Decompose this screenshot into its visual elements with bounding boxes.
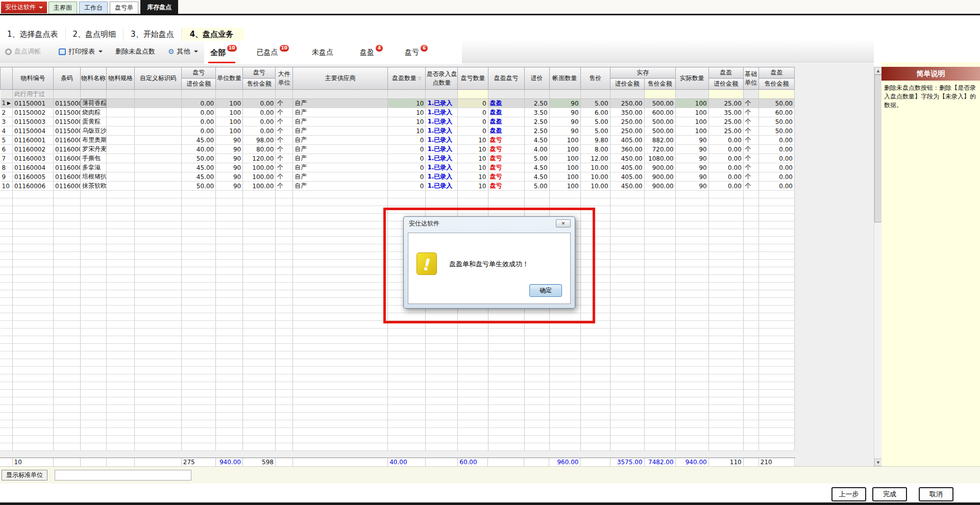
grid-cell[interactable]: 25.00 [708, 127, 743, 136]
grid-cell[interactable]: 自产 [293, 108, 388, 117]
grid-cell[interactable]: 100 [549, 163, 580, 172]
grid-cell[interactable]: 100.00 [243, 182, 276, 191]
show-standard-unit-button[interactable]: 显示标准单位 [2, 470, 47, 481]
grid-cell[interactable]: 50.00 [758, 127, 794, 136]
grid-cell[interactable]: 0 [388, 182, 426, 191]
grid-cell[interactable]: 自产 [293, 172, 388, 182]
grid-cell[interactable]: 盘盈 [488, 127, 524, 136]
grid-cell[interactable]: 1.已录入 [426, 136, 458, 145]
grid-cell[interactable]: 蛋黄粽 [81, 117, 107, 127]
grid-cell[interactable]: 10 [388, 99, 426, 108]
grid-cell[interactable]: 个 [276, 145, 293, 154]
grid-cell[interactable]: 盘亏 [488, 163, 524, 172]
vertical-scrollbar[interactable]: ▲ ▼ [874, 67, 881, 466]
column-header[interactable]: 是否录入盘点数量 [426, 67, 458, 90]
adjust-account-button[interactable]: 盘点调帐 [5, 41, 41, 62]
grid-cell[interactable]: 个 [743, 117, 758, 127]
grid-cell[interactable]: 50.00 [182, 182, 216, 191]
grid-cell[interactable]: 0.00 [243, 117, 276, 127]
grid-cell[interactable]: 0.00 [708, 182, 743, 191]
grid-cell[interactable]: 500.00 [644, 127, 675, 136]
column-header[interactable] [1, 67, 13, 90]
grid-cell[interactable]: 盘亏 [488, 154, 524, 163]
grid-cell[interactable]: 60.00 [758, 108, 794, 117]
cancel-button[interactable]: 取消 [919, 487, 953, 501]
grid-cell[interactable] [107, 145, 135, 154]
grid-cell[interactable]: 盘盈 [488, 117, 524, 127]
filter-cell[interactable] [243, 90, 276, 99]
grid-cell[interactable]: 自产 [293, 182, 388, 191]
grid-cell[interactable]: 5.00 [524, 182, 549, 191]
grid-cell[interactable]: 01150002 [54, 108, 81, 117]
grid-cell[interactable]: 1.已录入 [426, 182, 458, 191]
grid-cell[interactable]: 0.00 [708, 145, 743, 154]
grid-cell[interactable]: 个 [276, 136, 293, 145]
grid-cell[interactable]: 450.00 [610, 182, 644, 191]
grid-cell[interactable]: 250.00 [610, 117, 644, 127]
grid-cell[interactable]: 自产 [293, 127, 388, 136]
unit-input[interactable] [55, 470, 191, 481]
grid-cell[interactable]: 45.00 [182, 136, 216, 145]
grid-cell[interactable]: 自产 [293, 117, 388, 127]
column-header[interactable]: 盘盈 [708, 67, 743, 79]
grid-cell[interactable] [107, 99, 135, 108]
row-header[interactable]: 2 [1, 108, 13, 117]
grid-cell[interactable]: 个 [743, 99, 758, 108]
grid-cell[interactable]: 10.00 [580, 182, 610, 191]
row-header[interactable]: 1▶ [1, 99, 13, 108]
grid-cell[interactable]: 培根猪扒 [81, 172, 107, 182]
filter-all[interactable]: 全部 10 [210, 41, 236, 64]
grid-cell[interactable]: 10.00 [580, 172, 610, 182]
grid-cell[interactable]: 0.00 [758, 145, 794, 154]
filter-cell[interactable] [135, 90, 182, 99]
grid-cell[interactable]: 1.已录入 [426, 127, 458, 136]
grid-cell[interactable]: 0 [388, 172, 426, 182]
column-header[interactable]: 盘盈盘亏 [488, 67, 524, 90]
grid-cell[interactable]: 盘亏 [488, 182, 524, 191]
column-subheader[interactable]: 进价金额 [610, 79, 644, 90]
grid-cell[interactable]: 90 [216, 145, 243, 154]
column-header[interactable]: 物料编号 [13, 67, 54, 90]
grid-cell[interactable]: 个 [276, 99, 293, 108]
grid-cell[interactable]: 600.00 [644, 108, 675, 117]
previous-step-button[interactable]: 上一步 [831, 487, 866, 501]
grid-cell[interactable]: 90 [549, 127, 580, 136]
grid-cell[interactable]: 10 [458, 163, 488, 172]
column-header[interactable]: 物料规格 [107, 67, 135, 90]
column-header[interactable]: 售价 [580, 67, 610, 90]
column-header[interactable]: 盘亏 [243, 67, 276, 79]
filter-cell[interactable] [276, 90, 293, 99]
filter-cell[interactable] [580, 90, 610, 99]
column-subheader[interactable]: 售价金额 [644, 79, 675, 90]
grid-cell[interactable]: 5.00 [524, 154, 549, 163]
grid-cell[interactable]: 01150001 [13, 99, 54, 108]
grid-cell[interactable]: 100 [675, 117, 708, 127]
grid-cell[interactable]: 个 [276, 127, 293, 136]
grid-cell[interactable]: 盘亏 [488, 136, 524, 145]
grid-cell[interactable]: 250.00 [610, 99, 644, 108]
grid-cell[interactable]: 50.00 [182, 154, 216, 163]
row-header[interactable]: 6 [1, 145, 13, 154]
grid-cell[interactable]: 100 [675, 99, 708, 108]
column-header[interactable]: 大件 单位 [276, 67, 293, 90]
column-header[interactable]: 条码 [54, 67, 81, 90]
grid-cell[interactable]: 个 [743, 154, 758, 163]
filter-cell[interactable] [524, 90, 549, 99]
grid-cell[interactable]: 1.已录入 [426, 172, 458, 182]
grid-cell[interactable]: 01160004 [13, 163, 54, 172]
grid-cell[interactable]: 01160006 [13, 182, 54, 191]
delete-uncounted-button[interactable]: 删除未盘点数 [115, 41, 155, 62]
grid-cell[interactable]: 盘亏 [488, 172, 524, 182]
grid-cell[interactable]: 乌饭豆沙粽 [81, 127, 107, 136]
grid-cell[interactable]: 个 [276, 117, 293, 127]
grid-cell[interactable]: 900.00 [644, 172, 675, 182]
grid-cell[interactable]: 盘盈 [488, 108, 524, 117]
grid-cell[interactable]: 90 [675, 136, 708, 145]
grid-cell[interactable]: 01160003 [13, 154, 54, 163]
grid-cell[interactable]: 个 [276, 172, 293, 182]
grid-cell[interactable]: 个 [276, 163, 293, 172]
grid-cell[interactable]: 01160001 [13, 136, 54, 145]
column-header[interactable]: 进价 [524, 67, 549, 90]
grid-cell[interactable]: 0.00 [182, 117, 216, 127]
column-header[interactable]: 盘亏 [182, 67, 216, 79]
